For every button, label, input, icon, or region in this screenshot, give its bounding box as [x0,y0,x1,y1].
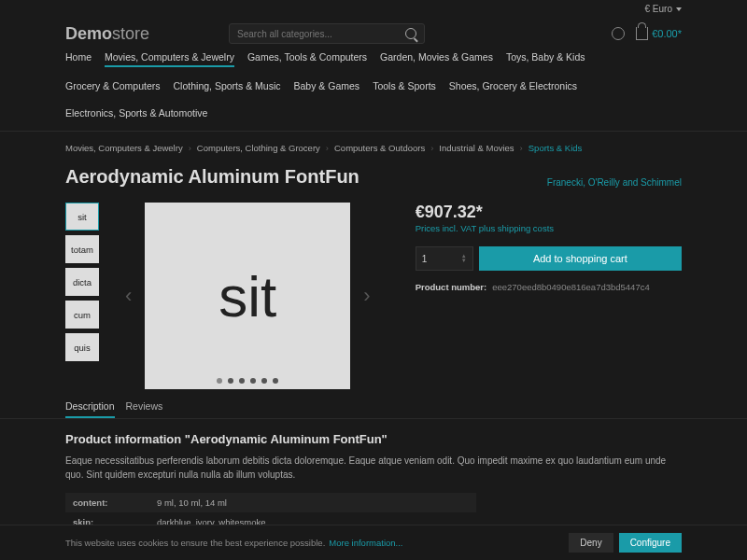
cart-link[interactable]: €0.00* [636,27,682,40]
nav-item[interactable]: Grocery & Computers [65,80,161,94]
description-heading: Product information "Aerodynamic Aluminu… [65,432,682,446]
breadcrumb: Movies, Computers & Jewelry›Computers, C… [0,132,747,161]
chevron-down-icon [676,7,682,11]
breadcrumb-item[interactable]: Sports & Kids [529,143,583,153]
gallery-dot[interactable] [261,378,267,384]
gallery-dots [145,378,350,384]
search-box[interactable] [229,23,425,44]
nav-item[interactable]: Toys, Baby & Kids [506,51,585,67]
breadcrumb-item[interactable]: Movies, Computers & Jewelry [65,143,183,153]
nav-item[interactable]: Tools & Sports [373,80,436,94]
cookie-text: This website uses cookies to ensure the … [65,538,325,548]
add-to-cart-button[interactable]: Add to shopping cart [479,246,682,271]
thumbnail[interactable]: sit [65,203,99,231]
thumbnail[interactable]: cum [65,301,99,329]
gallery-next[interactable]: › [350,284,383,308]
cart-total: €0.00* [652,28,682,39]
logo[interactable]: Demostore [65,24,149,44]
quantity-stepper[interactable]: ▲▼ [461,254,467,263]
top-bar: € Euro [0,0,747,18]
cookie-banner: This website uses cookies to ensure the … [0,525,747,560]
nav-item[interactable]: Electronics, Sports & Automotive [65,107,207,121]
bag-icon [636,27,648,40]
nav-item[interactable]: Home [65,51,92,67]
quantity-input[interactable]: 1 ▲▼ [416,246,473,271]
search-icon[interactable] [405,28,416,39]
nav-item[interactable]: Baby & Games [294,80,360,94]
gallery-dot[interactable] [228,378,233,384]
cookie-more-link[interactable]: More information... [329,538,402,548]
thumbnail[interactable]: dicta [65,268,99,296]
product-tabs: DescriptionReviews [0,400,747,419]
product-area: sittotamdictacumquis ‹ sit › €907.32* Pr… [0,189,747,400]
nav-item[interactable]: Games, Tools & Computers [247,51,367,67]
property-row: content:9 ml, 10 ml, 14 ml [65,493,476,512]
currency-selector[interactable]: € Euro [645,4,682,14]
gallery-prev[interactable]: ‹ [112,284,145,308]
gallery-dot[interactable] [273,378,278,384]
gallery-dot[interactable] [239,378,245,384]
search-input[interactable] [237,29,405,39]
main-nav: HomeMovies, Computers & JewelryGames, To… [0,51,747,132]
thumbnail[interactable]: totam [65,235,99,263]
product-title-row: Aerodynamic Aluminum FontFun Franecki, O… [0,161,747,189]
thumbnail[interactable]: quis [65,333,99,361]
description-text: Eaque necessitatibus perferendis laborum… [65,454,682,482]
thumbnail-list: sittotamdictacumquis [65,203,99,389]
product-title: Aerodynamic Aluminum FontFun [65,166,359,188]
gallery: ‹ sit › [112,203,384,389]
nav-item[interactable]: Movies, Computers & Jewelry [105,51,234,67]
tab[interactable]: Description [65,400,115,418]
cookie-deny-button[interactable]: Deny [569,533,613,553]
gallery-dot[interactable] [217,378,222,384]
currency-label: € Euro [645,4,672,14]
header: Demostore €0.00* [0,18,747,51]
price: €907.32* [416,203,682,222]
nav-item[interactable]: Clothing, Sports & Music [174,80,281,94]
vat-note[interactable]: Prices incl. VAT plus shipping costs [416,223,554,233]
breadcrumb-item[interactable]: Computers, Clothing & Grocery [197,143,320,153]
main-image[interactable]: sit [145,203,350,389]
breadcrumb-item[interactable]: Industrial & Movies [439,143,514,153]
gallery-dot[interactable] [250,378,256,384]
nav-item[interactable]: Shoes, Grocery & Electronics [449,80,577,94]
nav-item[interactable]: Garden, Movies & Games [380,51,493,67]
product-number: Product number:eee270eed8b0490e816ea7d3b… [416,282,682,292]
tab[interactable]: Reviews [126,400,163,418]
cookie-configure-button[interactable]: Configure [619,533,682,553]
breadcrumb-item[interactable]: Computers & Outdoors [334,143,425,153]
buy-box: €907.32* Prices incl. VAT plus shipping … [397,203,682,389]
manufacturer-link[interactable]: Franecki, O'Reilly and Schimmel [547,177,682,188]
user-icon[interactable] [612,27,625,40]
